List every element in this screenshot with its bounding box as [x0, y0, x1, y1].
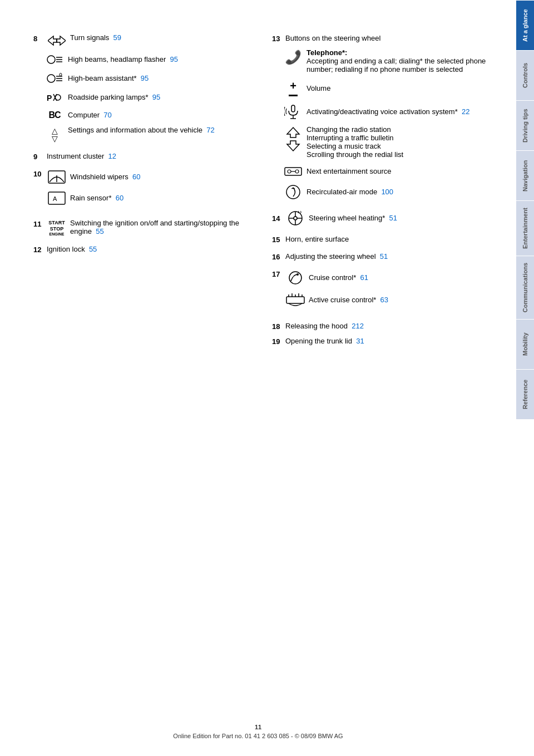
- sidebar-tab-reference[interactable]: Reference: [516, 369, 534, 419]
- sidebar: At a glance Controls Driving tips Naviga…: [516, 0, 534, 756]
- voice-activation-text: Activating/deactivating voice activation…: [306, 107, 494, 116]
- item-19-ref[interactable]: 31: [356, 337, 364, 345]
- item-16-text: Adjusting the steering wheel 51: [285, 252, 388, 261]
- radio-arrows-icon: [283, 126, 303, 152]
- recirculated-icon: [283, 184, 303, 200]
- sidebar-tab-driving-tips[interactable]: Driving tips: [516, 100, 534, 150]
- active-cruise-ref[interactable]: 63: [380, 296, 388, 304]
- highbeam-ref[interactable]: 95: [170, 55, 178, 63]
- item-14-ref[interactable]: 51: [389, 214, 397, 222]
- right-column: 13 Buttons on the steering wheel 📞 Telep…: [272, 33, 494, 351]
- settings-ref[interactable]: 72: [206, 126, 214, 134]
- wipers-text: Windshield wipers 60: [70, 173, 255, 181]
- item-19-number: 19: [272, 337, 283, 346]
- recirculated-ref[interactable]: 100: [381, 188, 393, 196]
- item-15-number: 15: [272, 235, 283, 244]
- item-9-text: Instrument cluster 12: [47, 152, 116, 160]
- sidebar-tab-mobility[interactable]: Mobility: [516, 319, 534, 369]
- sidebar-tab-entertainment[interactable]: Entertainment: [516, 200, 534, 256]
- svg-point-30: [294, 217, 297, 220]
- svg-point-2: [47, 56, 55, 63]
- bc-icon: BC: [44, 110, 65, 120]
- footer-text: Online Edition for Part no. 01 41 2 603 …: [173, 733, 343, 739]
- active-cruise-icon: [285, 292, 305, 308]
- computer-text: Computer 70: [68, 111, 255, 119]
- cruise-control-text: Cruise control* 61: [309, 273, 494, 282]
- settings-text: Settings and information about the vehic…: [68, 126, 255, 134]
- telephone-icon: 📞: [283, 50, 303, 65]
- parking-lamps-text: Roadside parking lamps* 95: [68, 93, 255, 101]
- item-13-number: 13: [272, 35, 283, 43]
- cruise-control-icon: [285, 270, 305, 286]
- next-source-text: Next entertainment source: [306, 167, 494, 175]
- computer-ref[interactable]: 70: [103, 111, 111, 119]
- cruise-ref[interactable]: 61: [360, 273, 368, 282]
- item-12-number: 12: [33, 246, 44, 254]
- svg-point-6: [47, 75, 55, 82]
- svg-point-14: [55, 95, 61, 100]
- voice-activation-icon: [283, 104, 303, 120]
- item-11-ref[interactable]: 55: [96, 227, 103, 235]
- wipers-icon: [47, 170, 67, 184]
- parking-lamps-ref[interactable]: 95: [152, 93, 160, 101]
- svg-marker-0: [48, 36, 57, 45]
- item-9-ref[interactable]: 12: [108, 152, 116, 160]
- item-16-ref[interactable]: 51: [380, 252, 388, 261]
- settings-icon: △ ▽: [44, 127, 65, 143]
- page-container: 8 Turn signals 59: [0, 0, 534, 756]
- item-11-text: Switching the ignition on/off and starti…: [70, 219, 255, 235]
- page-number: 11: [0, 724, 516, 730]
- voice-ref[interactable]: 22: [462, 107, 469, 116]
- item-19-text: Opening the trunk lid 31: [285, 337, 364, 345]
- svg-rect-37: [286, 297, 304, 303]
- active-cruise-text: Active cruise control* 63: [309, 296, 494, 304]
- item-16-number: 16: [272, 253, 283, 261]
- volume-icon: +: [283, 80, 303, 97]
- rain-sensor-ref[interactable]: 60: [116, 194, 123, 202]
- svg-point-26: [295, 170, 299, 173]
- item-13-label: Buttons on the steering wheel: [285, 34, 380, 42]
- svg-rect-19: [291, 105, 295, 112]
- recirculated-text: Recirculated-air mode 100: [306, 188, 494, 196]
- wipers-ref[interactable]: 60: [132, 173, 140, 181]
- svg-marker-22: [287, 127, 299, 138]
- item-14-number: 14: [272, 214, 283, 223]
- sidebar-tab-at-a-glance[interactable]: At a glance: [516, 0, 534, 50]
- svg-point-10: [60, 73, 62, 76]
- svg-text:A: A: [53, 195, 57, 202]
- rain-sensor-icon: A: [47, 191, 67, 205]
- sidebar-tab-controls[interactable]: Controls: [516, 50, 534, 100]
- sidebar-tab-communications[interactable]: Communications: [516, 256, 534, 319]
- item-14-text: Steering wheel heating* 51: [309, 214, 494, 222]
- steering-wheel-heating-icon: [285, 210, 305, 227]
- item-18-ref[interactable]: 212: [352, 322, 364, 330]
- start-stop-icon: START STOP ENGINE: [47, 220, 67, 237]
- item-10-number: 10: [33, 170, 44, 178]
- main-content: 8 Turn signals 59: [0, 0, 516, 756]
- sidebar-tab-navigation[interactable]: Navigation: [516, 150, 534, 200]
- item-8-number: 8: [33, 35, 44, 43]
- turn-signals-icon: [47, 35, 67, 47]
- highbeam-assistant-text: High-beam assistant* 95: [68, 74, 255, 82]
- turn-signals-ref[interactable]: 59: [113, 33, 121, 42]
- highbeam-text: High beams, headlamp flasher 95: [68, 55, 255, 63]
- item-17-number: 17: [272, 270, 283, 278]
- page-footer: 11 Online Edition for Part no. 01 41 2 6…: [0, 724, 516, 739]
- item-18-number: 18: [272, 322, 283, 331]
- svg-point-35: [289, 272, 301, 284]
- highbeam-icon: [44, 53, 65, 66]
- highbeam-assistant-icon: [44, 72, 65, 85]
- rain-sensor-text: Rain sensor* 60: [70, 194, 255, 202]
- highbeam-assistant-ref[interactable]: 95: [141, 74, 149, 82]
- telephone-text: Telephone*: Accepting and ending a call;…: [306, 48, 494, 73]
- turn-signals-text: Turn signals 59: [70, 33, 255, 42]
- svg-text:P: P: [47, 94, 52, 102]
- svg-marker-23: [287, 141, 299, 151]
- parking-lamps-icon: P: [44, 91, 65, 104]
- item-18-text: Releasing the hood 212: [285, 322, 364, 330]
- item-12-text: Ignition lock 55: [47, 245, 97, 253]
- svg-point-25: [288, 170, 291, 173]
- next-source-icon: [283, 165, 303, 178]
- item-12-ref[interactable]: 55: [89, 245, 97, 253]
- svg-point-36: [296, 273, 299, 276]
